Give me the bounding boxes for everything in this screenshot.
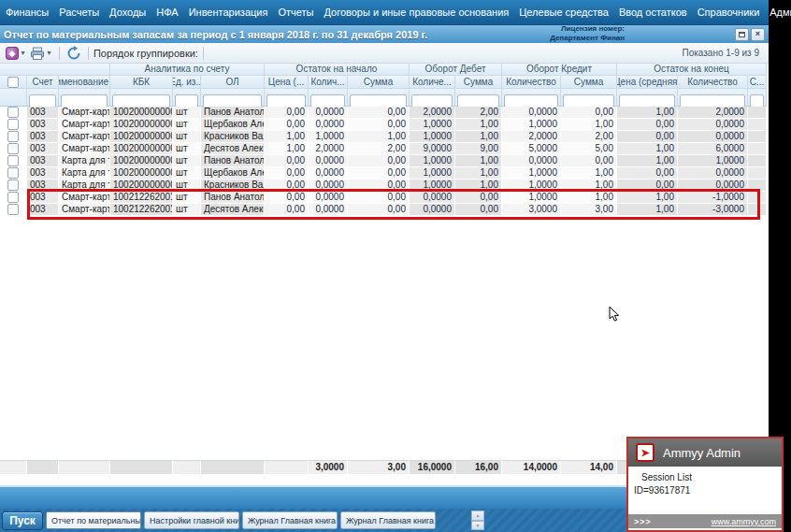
ammyy-website-link[interactable]: www.ammyy.com bbox=[712, 517, 776, 526]
row-checkbox[interactable] bbox=[7, 155, 19, 166]
filter-input[interactable] bbox=[563, 94, 614, 108]
column-header[interactable]: Сумма bbox=[561, 76, 617, 89]
report-grid: Аналитика по счету Остаток на начало Обо… bbox=[0, 64, 769, 474]
ammyy-expand-link[interactable]: >>> bbox=[634, 517, 652, 526]
cell-sum-start: 0,00 bbox=[348, 119, 410, 131]
cell-kbk: 10021226200У0... bbox=[110, 192, 173, 204]
filter-input[interactable] bbox=[310, 94, 345, 108]
table-row[interactable]: 003 Смарт-карта 1002000000000... шт Пано… bbox=[0, 107, 769, 119]
row-checkbox[interactable] bbox=[7, 143, 19, 154]
menu-item[interactable]: Целевые средства bbox=[519, 7, 609, 18]
filter-input[interactable] bbox=[350, 94, 407, 108]
table-row[interactable]: 003 Смарт-карта 1002000000000... шт Крас… bbox=[0, 131, 769, 143]
filter-input[interactable] bbox=[619, 94, 675, 108]
menu-item[interactable]: Доходы bbox=[109, 7, 146, 18]
export-icon: ◆ bbox=[6, 47, 19, 60]
taskbar-task-button[interactable]: Настройки главной книги bbox=[144, 511, 239, 529]
filter-input[interactable] bbox=[61, 94, 108, 108]
taskbar-task-button[interactable]: Отчет по материальным запасам bbox=[46, 511, 141, 529]
menu-item[interactable]: Отчеты bbox=[278, 7, 313, 18]
filter-input[interactable] bbox=[680, 94, 745, 108]
table-row[interactable]: 003 Карта для тахог... 1002000000000... … bbox=[0, 167, 769, 180]
close-button[interactable]: × bbox=[751, 28, 765, 41]
column-header[interactable]: Сумма bbox=[348, 76, 410, 89]
filter-input[interactable] bbox=[203, 94, 262, 108]
column-header[interactable]: Количе... bbox=[410, 76, 455, 89]
cell-unit: шт bbox=[173, 155, 201, 167]
row-checkbox[interactable] bbox=[7, 167, 19, 179]
table-row[interactable]: 003 Смарт-карта 1002000000000... шт Деся… bbox=[0, 143, 769, 155]
cell-sum-credit: 3,00 bbox=[561, 204, 617, 216]
menu-item[interactable]: Расчеты bbox=[59, 7, 99, 18]
refresh-icon bbox=[66, 46, 81, 61]
print-icon bbox=[30, 46, 45, 61]
column-header[interactable]: Цена (... bbox=[265, 76, 309, 89]
column-header[interactable]: Наименование МЗ bbox=[59, 76, 110, 89]
cell-sum-debit: 1,00 bbox=[455, 119, 502, 131]
menu-item[interactable]: Договоры и иные правовые основания bbox=[324, 7, 509, 18]
start-button[interactable]: Пуск bbox=[2, 511, 43, 530]
menu-item[interactable]: Ввод остатков bbox=[619, 7, 687, 18]
row-checkbox[interactable] bbox=[7, 180, 19, 191]
toolbar: ◆ ▼ ▼ Порядок группировки: bbox=[0, 43, 769, 64]
column-header[interactable]: Колич... bbox=[309, 76, 348, 89]
filter-input[interactable] bbox=[29, 94, 56, 108]
scroll-up-icon[interactable]: ▲ bbox=[471, 510, 484, 521]
restore-button[interactable] bbox=[735, 28, 749, 41]
cell-qty-debit: 0,0000 bbox=[410, 204, 455, 216]
row-checkbox[interactable] bbox=[7, 107, 19, 118]
table-row[interactable]: 003 Карта для тахог... 1002000000000... … bbox=[0, 155, 769, 167]
restore-icon bbox=[739, 32, 745, 37]
cell-sum-credit: 0,00 bbox=[561, 155, 617, 167]
row-checkbox[interactable] bbox=[7, 131, 19, 142]
row-select-cell bbox=[0, 119, 27, 131]
row-checkbox[interactable] bbox=[7, 192, 19, 203]
menu-item[interactable]: НФА bbox=[156, 7, 178, 18]
filter-input[interactable] bbox=[266, 94, 306, 108]
column-header[interactable]: Цена (средняя) bbox=[617, 76, 678, 89]
summary-cell bbox=[27, 460, 59, 474]
filter-input[interactable] bbox=[457, 94, 499, 108]
menu-item[interactable]: Администрирование bbox=[769, 7, 791, 18]
taskbar-task-button[interactable]: Журнал Главная книга за ме... bbox=[340, 511, 436, 529]
taskbar-task-button[interactable]: Журнал Главная книга за ме... bbox=[242, 511, 338, 529]
column-header[interactable]: Количество bbox=[678, 76, 748, 89]
print-button[interactable]: ▼ bbox=[28, 45, 54, 62]
column-header[interactable]: Сумма bbox=[455, 76, 502, 89]
column-header[interactable]: Счет bbox=[27, 76, 59, 89]
column-header[interactable]: ОЛ bbox=[201, 76, 265, 89]
menu-item[interactable]: Финансы bbox=[6, 7, 49, 18]
table-row[interactable]: 003 Смарт-карта 1002000000000... шт Щерб… bbox=[0, 119, 769, 131]
column-header[interactable]: КБК bbox=[110, 76, 173, 89]
cell-qty-end: -1,0000 bbox=[678, 192, 748, 204]
table-row[interactable]: 003 Смарт-карта 10021226200У0... шт Пано… bbox=[0, 192, 769, 204]
scroll-down-icon[interactable]: ▼ bbox=[471, 521, 484, 531]
cell-ol: Красников Вале... bbox=[201, 131, 265, 143]
select-all-checkbox[interactable] bbox=[7, 77, 19, 88]
row-checkbox[interactable] bbox=[7, 204, 19, 215]
ammyy-title-bar[interactable]: ➤ Ammyy Admin bbox=[628, 439, 782, 467]
column-header[interactable]: Количество bbox=[502, 76, 561, 89]
table-row[interactable]: 003 Карта для тахог... 1002000000000... … bbox=[0, 180, 769, 192]
menu-item[interactable]: Инвентаризация bbox=[189, 7, 268, 18]
menu-item[interactable]: Справочники bbox=[698, 7, 760, 18]
cell-ol: Панов Анатолий... bbox=[201, 192, 265, 204]
cell-qty-debit: 9,0000 bbox=[410, 143, 455, 155]
column-header[interactable]: Ед. из... bbox=[173, 76, 201, 89]
table-row[interactable]: 003 Смарт-карта 10021226200У0... шт Деся… bbox=[0, 204, 769, 216]
export-button[interactable]: ◆ ▼ bbox=[4, 46, 28, 61]
filter-input[interactable] bbox=[750, 94, 764, 108]
cell-sum-end bbox=[748, 107, 767, 119]
cell-qty-credit: 1,0000 bbox=[502, 192, 561, 204]
filter-input[interactable] bbox=[175, 94, 198, 108]
filter-input[interactable] bbox=[411, 94, 453, 108]
cell-ol: Десятов Алекса... bbox=[201, 143, 265, 155]
filter-input[interactable] bbox=[504, 94, 558, 108]
cell-qty-start: 0,0000 bbox=[309, 180, 348, 192]
row-checkbox[interactable] bbox=[7, 119, 19, 130]
cell-qty-end: 0,0000 bbox=[678, 180, 748, 192]
refresh-button[interactable] bbox=[65, 45, 83, 62]
column-header[interactable]: С... bbox=[748, 76, 767, 89]
filter-input[interactable] bbox=[112, 94, 170, 108]
cell-sum-end bbox=[748, 131, 767, 143]
